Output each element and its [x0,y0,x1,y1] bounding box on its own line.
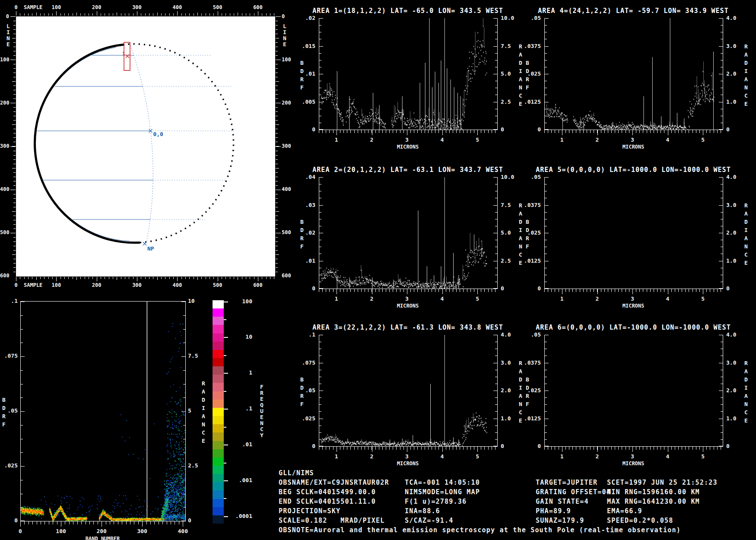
spectrum-canvas-area5 [545,177,723,289]
np-x-marker [143,242,146,245]
colorbar-segment [213,358,224,367]
sample-axis-top-major-ticks [16,11,275,16]
bdrf-axis-tick-label: .025 [292,415,315,422]
radiance-axis-tick-label: 2.0 [501,387,511,394]
meta-nimsmode: NIMSMODE=LONG MAP [405,488,480,496]
colorbar-segment [213,499,224,508]
hist-bdrf-axis-name: BDRF [1,396,7,429]
sample-axis-name: SAMPLE [24,282,42,288]
line-axis-tick-label: 100 [0,57,9,63]
line-axis-tick-label: 200 [0,100,9,106]
sample-axis-tick-label: 600 [253,4,263,10]
radiance-axis-tick-label: 10.0 [501,15,514,21]
bdrf-axis-tick-label: .03 [292,202,315,208]
microns-tick-label: 3 [631,137,634,143]
radiance-axis-tick-label: 0 [501,126,504,133]
radiance-axis-tick-label: 2.5 [501,98,511,105]
colorbar-segment [213,490,224,499]
line-axis-tick-label: 100 [282,57,291,63]
meta-sunaz: SUNAZ=179.9 [536,517,584,524]
sample-axis-tick-label: 0 [14,282,17,288]
colorbar-segment [213,507,224,516]
band-number-axis-name: BAND NUMBER [86,536,120,540]
line-axis-tick-label: 300 [282,143,291,149]
line-axis-tick-label: 0 [0,13,9,19]
bdrf-axis-tick-label: 0 [518,443,541,449]
scan-coverage-arc [35,47,130,241]
line-axis-tick-label: 600 [0,273,9,279]
bdrf-axis-tick-label: .01 [292,257,315,264]
meta-max-rng: MAX RNG=1641230.00 KM [607,498,700,505]
np-label: NP [147,245,154,252]
bdrf-axis-tick-label: 0 [518,285,541,292]
radiance-axis-tick-label: 1.0 [501,415,511,422]
microns-tick-label: 5 [476,453,479,460]
bdrf-axis-name: BDRF [299,59,305,92]
band-number-tick-label: 200 [96,528,106,534]
bdrf-axis-name: BDRF [299,375,305,408]
meta-min-rng: MIN RNG=1596160.00 KM [607,488,700,496]
bdrf-axis-tick-label: .05 [518,15,541,21]
hist-radiance-axis-name: RADIANCE [200,379,206,445]
colorbar-major-tick [224,445,228,445]
spectrum-canvas-area2 [319,177,497,289]
meta-obsnote: OBSNOTE=Auroral and thermal emission spe… [279,526,681,534]
meta-speed: SPEED=0.2*0.058 [607,517,673,524]
spectrum-canvas-area3 [319,335,497,446]
bdrf-axis-tick-label: .0125 [518,415,541,422]
radiance-axis-name: RADIANCE [743,42,749,108]
colorbar-tick-label: 100 [230,298,252,305]
hist-radiance-tick-label: 0 [188,517,191,524]
microns-tick-label: 3 [405,295,409,302]
radiance-axis-tick-label: 3.0 [726,43,736,49]
meta-pha: PHA=89.9 [536,507,571,515]
planet-limb-solid-arc [35,44,140,243]
colorbar-segment [213,466,224,474]
microns-axis-name: MICRONS [623,144,645,150]
bdrf-axis-tick-label: .0375 [518,43,541,49]
microns-axis-major-ticks [562,289,722,294]
colorbar-segment [213,342,224,350]
microns-tick-label: 4 [666,453,670,460]
radiance-axis-tick-label: 7.5 [501,43,511,49]
radiance-axis-tick-label: 3.0 [501,359,511,366]
bdrf-axis-tick-label: .02 [292,15,315,21]
hist-bdrf-tick-label: .025 [0,462,18,469]
meta-tca: TCA=-001 14:05:10 [405,479,480,486]
bdrf-axis-tick-label: 0 [518,126,541,133]
sample-axis-tick-label: 500 [213,4,222,10]
colorbar-segment [213,391,224,400]
colorbar-segment [213,424,224,433]
microns-tick-label: 2 [595,137,599,143]
colorbar-minor-tick [224,355,226,356]
hist-bdrf-tick-label: 0 [0,517,18,524]
microns-tick-label: 4 [666,137,670,143]
radiance-axis-tick-label: 2.0 [726,229,736,236]
colorbar-major-tick [224,516,228,517]
colorbar-segment [213,515,224,524]
colorbar-segment [213,383,224,391]
colorbar-segment [213,432,224,441]
microns-tick-label: 3 [631,453,634,460]
hist-radiance-tick-label: 5 [188,407,191,414]
current-slice-number: 1 [122,51,125,57]
line-axis-tick-label: 500 [282,229,291,235]
bdrf-axis-tick-label: .04 [292,174,315,180]
microns-tick-label: 3 [405,453,409,460]
colorbar-segment [213,457,224,466]
area-title-area1: AREA 1=(18,1,2,2) LAT= -65.0 LON= 343.5 … [280,7,536,15]
hist-bdrf-tick-label: .1 [0,298,18,304]
sample-axis-tick-label: 200 [92,4,102,10]
colorbar-minor-tick [224,427,226,428]
bdrf-axis-tick-label: .0375 [518,359,541,366]
meta-target: TARGET=JUPITER [536,479,597,486]
microns-tick-label: 5 [476,137,479,143]
microns-tick-label: 5 [701,453,705,460]
microns-tick-label: 4 [441,295,444,302]
bdrf-axis-tick-label: .0125 [518,98,541,105]
colorbar-segment [213,366,224,375]
sample-axis-tick-label: 400 [172,282,182,288]
instrument-label: GLL/NIMS [279,469,314,477]
hist-radiance-tick-label: 10 [188,298,195,304]
microns-tick-label: 3 [405,137,409,143]
